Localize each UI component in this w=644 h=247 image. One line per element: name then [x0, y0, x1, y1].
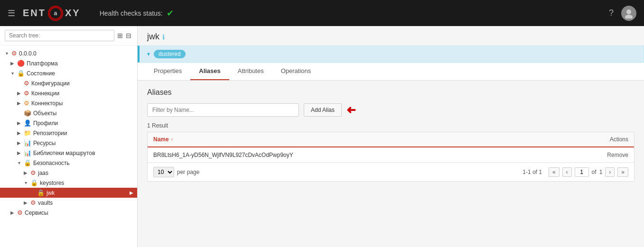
health-label: Health checks status: — [100, 9, 163, 17]
pagination-page-input[interactable] — [575, 167, 589, 177]
active-chevron-icon: ▶ — [130, 190, 133, 195]
tab-operations-label: Operations — [281, 67, 311, 74]
per-page-select[interactable]: 10 25 50 — [153, 167, 174, 177]
table-header: Name ↑ Actions — [148, 132, 634, 147]
sidebar-item-biblioteki[interactable]: ▶ 📊 Библиотеки маршрутов — [0, 148, 137, 158]
tab-aliases[interactable]: Aliases — [190, 63, 229, 80]
tab-properties[interactable]: Properties — [145, 63, 190, 80]
profili-icon: 👤 — [24, 119, 31, 127]
health-status: Health checks status: ✔ — [100, 8, 174, 18]
col-actions-header: Actions — [590, 136, 628, 143]
sidebar-item-konfig[interactable]: ▶ ⚙ Конфигурации — [0, 78, 137, 88]
tabs-bar: Properties Aliases Attributes Operations — [138, 63, 644, 81]
jaas-icon: ⚙ — [30, 169, 36, 176]
arrow-icon: ▾ — [4, 51, 9, 56]
pagination-last-button[interactable]: » — [617, 167, 628, 177]
sidebar-item-repozitorii[interactable]: ▶ 📁 Репозитории — [0, 128, 137, 138]
collapse-tree-icon[interactable]: ⊟ — [125, 31, 132, 40]
sidebar-item-obekty[interactable]: ▶ 📦 Объекты — [0, 108, 137, 118]
health-check-icon: ✔ — [167, 8, 174, 18]
sidebar-item-vaults[interactable]: ▶ ⚙ vaults — [0, 198, 137, 208]
page-title: jwk — [147, 32, 159, 42]
clustered-chevron-icon[interactable]: ▾ — [147, 51, 150, 57]
sidebar-item-bezopasnost[interactable]: ▾ 🔒 Безопасность — [0, 158, 137, 168]
repozitorii-icon: 📁 — [24, 129, 31, 137]
col-name-header[interactable]: Name ↑ — [153, 136, 590, 143]
arrow-left-icon: ➜ — [346, 103, 356, 117]
user-avatar[interactable] — [621, 6, 636, 21]
filter-row: Add Alias ➜ — [147, 103, 635, 117]
logo-text2: XY — [65, 8, 81, 18]
tab-operations[interactable]: Operations — [272, 63, 320, 80]
arrow-indicator: ➜ — [346, 103, 356, 117]
alias-name-cell: BR8LtsH6_1A-yD56N_WjlfVN9L927cDvAcOdPwp9… — [153, 152, 590, 158]
filter-name-input[interactable] — [147, 103, 299, 117]
per-page-label: per page — [177, 169, 199, 175]
sidebar-item-label: jaas — [38, 170, 133, 176]
arrow-icon: ▾ — [23, 180, 28, 185]
platforma-icon: 🔴 — [17, 60, 25, 67]
arrow-icon: ▶ — [16, 130, 22, 136]
pagination-next-button[interactable]: › — [605, 167, 615, 177]
sidebar-item-label: Репозитории — [33, 130, 133, 137]
expand-tree-icon[interactable]: ⊞ — [116, 31, 124, 40]
tab-aliases-label: Aliases — [199, 67, 221, 74]
konnektory-icon: ⚙ — [24, 100, 29, 107]
sidebar-item-label: keystores — [40, 180, 133, 186]
arrow-icon: ▶ — [9, 210, 15, 215]
sidebar-item-keystores[interactable]: ▾ 🔒 keystores — [0, 178, 137, 188]
tree: ▾ ⚙ 0.0.0.0 ▶ 🔴 Платформа ▾ 🔒 Состояние … — [0, 46, 137, 220]
search-input[interactable] — [5, 30, 114, 41]
logo-text: ENT — [23, 8, 46, 18]
topbar: ☰ ENT a XY Health checks status: ✔ ? — [0, 0, 644, 26]
svg-point-2 — [626, 9, 631, 14]
arrow-icon: ▶ — [9, 61, 15, 66]
sidebar-item-label: Объекты — [33, 110, 133, 117]
hamburger-menu[interactable]: ☰ — [8, 8, 15, 18]
pagination-bar: 10 25 50 per page 1-1 of 1 « ‹ of 1 › » — [148, 163, 634, 181]
sidebar-item-konnektory[interactable]: ▶ ⚙ Коннекторы — [0, 98, 137, 108]
sidebar-item-label: Коннекторы — [31, 100, 133, 107]
pagination-range: 1-1 of 1 — [523, 169, 542, 175]
root-icon: ⚙ — [11, 50, 17, 57]
sidebar-item-profili[interactable]: ▶ 👤 Профили — [0, 118, 137, 128]
sidebar-item-platforma[interactable]: ▶ 🔴 Платформа — [0, 58, 137, 68]
sidebar-item-sostoyanie[interactable]: ▾ 🔒 Состояние — [0, 68, 137, 78]
content-body: Aliases Add Alias ➜ 1 Result Name ↑ — [138, 81, 644, 247]
result-count: 1 Result — [147, 122, 635, 129]
pagination-prev-button[interactable]: ‹ — [562, 167, 572, 177]
arrow-icon: ▾ — [9, 71, 15, 76]
sidebar-item-label: jwk — [47, 190, 128, 196]
jwk-icon: 🔒 — [37, 189, 45, 196]
sidebar-item-label: Коннекции — [31, 90, 133, 97]
svg-text:a: a — [54, 10, 57, 17]
help-icon[interactable]: ? — [609, 8, 614, 18]
sidebar-item-konnektsii[interactable]: ▶ ⚙ Коннекции — [0, 88, 137, 98]
arrow-icon: ▾ — [16, 160, 22, 165]
vaults-icon: ⚙ — [30, 199, 36, 206]
content-area: jwk ℹ ▾ dustered Properties Aliases Attr… — [138, 26, 644, 247]
tab-attributes[interactable]: Attributes — [229, 63, 272, 80]
sidebar-item-label: Сервисы — [25, 210, 133, 216]
sidebar-item-servisy[interactable]: ▶ ⚙ Сервисы — [0, 208, 137, 218]
pagination-first-button[interactable]: « — [549, 167, 560, 177]
konnektsii-icon: ⚙ — [24, 90, 29, 97]
table-row: BR8LtsH6_1A-yD56N_WjlfVN9L927cDvAcOdPwp9… — [148, 147, 634, 163]
add-alias-button[interactable]: Add Alias — [304, 103, 342, 117]
sidebar-item-jwk[interactable]: ▶ 🔒 jwk ▶ — [0, 188, 137, 198]
sidebar: ⊞ ⊟ ▾ ⚙ 0.0.0.0 ▶ 🔴 Платформа ▾ 🔒 Состоя… — [0, 26, 138, 247]
sidebar-item-jaas[interactable]: ▶ ⚙ jaas — [0, 168, 137, 178]
arrow-icon: ▶ — [23, 200, 28, 205]
sidebar-item-label: Состояние — [27, 70, 133, 77]
sidebar-item-resursy[interactable]: ▶ 📊 Ресурсы — [0, 138, 137, 148]
arrow-icon: ▶ — [16, 101, 22, 106]
clustered-label: dustered — [159, 51, 181, 57]
alias-actions-cell: Remove — [590, 151, 628, 158]
pagination-total-pages: 1 — [599, 169, 603, 175]
clustered-bar: ▾ dustered — [138, 46, 644, 63]
content-header: jwk ℹ — [138, 26, 644, 42]
sidebar-item-label: Профили — [33, 120, 133, 127]
remove-button[interactable]: Remove — [607, 152, 628, 158]
sidebar-item-root[interactable]: ▾ ⚙ 0.0.0.0 — [0, 48, 137, 58]
sidebar-item-label: vaults — [38, 200, 133, 206]
